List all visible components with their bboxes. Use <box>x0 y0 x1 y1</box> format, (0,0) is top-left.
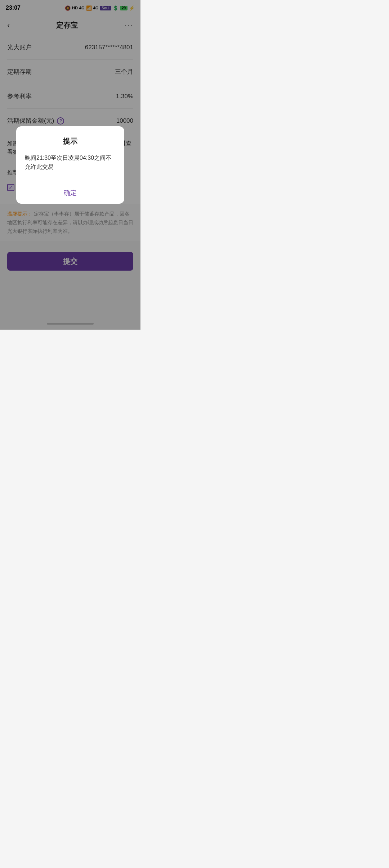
modal-box: 提示 晚间21:30至次日凌晨04:30之间不允许此交易 确定 <box>16 126 124 204</box>
modal-confirm-button[interactable]: 确定 <box>25 182 116 204</box>
modal-overlay: 提示 晚间21:30至次日凌晨04:30之间不允许此交易 确定 <box>0 0 140 330</box>
modal-title: 提示 <box>25 136 116 146</box>
modal-content: 晚间21:30至次日凌晨04:30之间不允许此交易 <box>25 153 116 172</box>
